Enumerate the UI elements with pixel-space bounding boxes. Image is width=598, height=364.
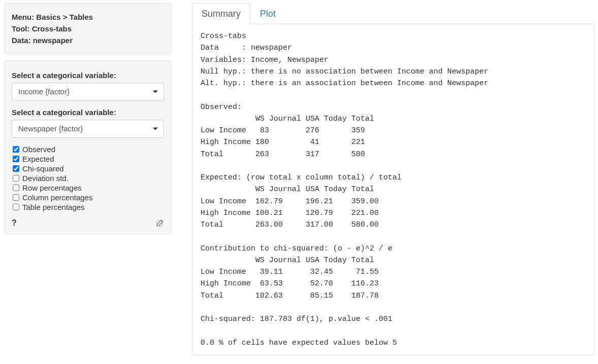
help-icon[interactable]: ?	[12, 219, 17, 228]
edit-icon[interactable]	[156, 219, 164, 227]
expected-checkbox[interactable]	[13, 156, 19, 162]
observed-checkbox[interactable]	[13, 146, 19, 153]
sidebar: Menu: Basics > Tables Tool: Cross-tabs D…	[4, 3, 172, 355]
tool-line: Tool: Cross-tabs	[12, 24, 164, 33]
tab-plot[interactable]: Plot	[250, 3, 285, 24]
chisq-label: Chi-squared	[22, 164, 64, 173]
var2-select[interactable]: Newspaper {factor}	[12, 120, 164, 138]
var1-value: Income {factor}	[18, 87, 70, 96]
colperc-label: Column percentages	[22, 193, 92, 202]
devstd-checkbox[interactable]	[13, 175, 19, 181]
caret-down-icon	[153, 128, 158, 130]
chisq-checkbox[interactable]	[13, 165, 19, 172]
rowperc-checkbox[interactable]	[13, 185, 19, 191]
tab-summary[interactable]: Summary	[192, 3, 250, 24]
controls-well: Select a categorical variable: Income {f…	[4, 60, 172, 234]
colperc-checkbox[interactable]	[13, 194, 19, 201]
var1-label: Select a categorical variable:	[12, 71, 164, 80]
output-text: Cross-tabs Data : newspaper Variables: I…	[201, 30, 585, 349]
main-panel: Summary Plot Cross-tabs Data : newspaper…	[192, 3, 594, 355]
rowperc-label: Row percentages	[22, 184, 82, 192]
info-well: Menu: Basics > Tables Tool: Cross-tabs D…	[4, 3, 172, 54]
expected-label: Expected	[22, 155, 54, 163]
tabs: Summary Plot	[192, 3, 594, 24]
var2-value: Newspaper {factor}	[18, 124, 83, 133]
var1-select[interactable]: Income {factor}	[12, 83, 164, 101]
var2-label: Select a categorical variable:	[12, 108, 164, 117]
devstd-label: Deviation std.	[22, 174, 69, 183]
data-line: Data: newspaper	[12, 36, 164, 45]
caret-down-icon	[153, 91, 158, 93]
summary-panel: Cross-tabs Data : newspaper Variables: I…	[192, 24, 594, 355]
tabperc-label: Table percentages	[22, 203, 85, 211]
observed-label: Observed	[22, 145, 55, 154]
tabperc-checkbox[interactable]	[13, 204, 19, 210]
menu-line: Menu: Basics > Tables	[12, 13, 164, 21]
